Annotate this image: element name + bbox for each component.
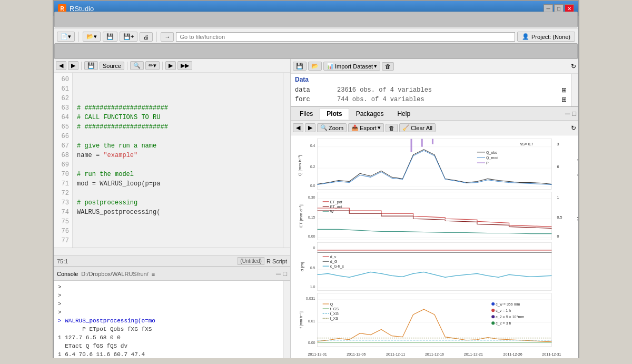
workspace-scrollbar[interactable]: [571, 74, 578, 106]
grid-icon[interactable]: ⊞: [561, 86, 567, 94]
editor-toolbar: ◀ ▶ 💾 Source 🔍 ✏▾ ▶ ▶▶: [54, 59, 290, 73]
editor-scrollbar-v[interactable]: [283, 73, 290, 248]
code-line: [77, 236, 279, 245]
svg-text:0.4: 0.4: [310, 144, 315, 147]
next-plot-button[interactable]: ▶: [305, 123, 315, 132]
svg-text:f [mm h⁻¹]: f [mm h⁻¹]: [299, 311, 303, 328]
spell-check-button[interactable]: ✏▾: [145, 61, 160, 70]
console-path-expand-icon: ≡: [152, 271, 155, 277]
workspace-load-button[interactable]: 📂: [308, 62, 322, 71]
print-button[interactable]: 🖨: [140, 32, 153, 42]
tab-help[interactable]: Help: [390, 108, 417, 120]
open-file-button[interactable]: 📂▾: [83, 32, 101, 42]
script-type-label: R Script: [266, 258, 287, 264]
clear-all-button[interactable]: 🧹 Clear All: [399, 123, 436, 132]
delete-plot-button[interactable]: 🗑: [386, 124, 398, 132]
plot-toolbar: ◀ ▶ 🔍 Zoom 📤 Export ▾ 🗑 🧹 Clear All: [291, 121, 578, 135]
et-sep-3: [162, 62, 163, 70]
tab-files[interactable]: Files: [293, 108, 320, 120]
code-line: [77, 75, 279, 84]
export-dropdown-icon: ▾: [378, 124, 381, 131]
data-row-data: data 23616 obs. of 4 variables ⊞: [295, 85, 567, 95]
var-name-forc: forc: [295, 96, 337, 103]
svg-text:d_G: d_G: [330, 260, 337, 264]
main-layout: 📝 WALRUS_run_example.R* ✕ ─ □ ◀ ▶ 💾: [54, 45, 578, 358]
workspace-refresh-icon[interactable]: ↻: [571, 63, 576, 70]
code-line: [77, 94, 279, 103]
plots-tab-controls: ─ □: [565, 110, 576, 117]
source-label: Source: [103, 63, 121, 69]
plots-maximize-icon[interactable]: □: [572, 110, 576, 117]
plot-svg: Q [mm h⁻¹] 0.4 0.2 0.0 NS= 0.7: [291, 135, 578, 358]
code-line: mod = WALRUS_loop(p=pa: [77, 179, 279, 189]
clear-workspace-button[interactable]: 🗑: [382, 62, 394, 71]
svg-text:0.5: 0.5: [557, 215, 562, 219]
line-num: 62: [57, 94, 69, 103]
svg-text:c_v = 1 h: c_v = 1 h: [496, 309, 511, 313]
code-line: name = "example": [77, 151, 279, 160]
svg-text:0.0: 0.0: [310, 184, 315, 188]
prev-plot-button[interactable]: ◀: [293, 123, 303, 132]
goto-input[interactable]: [176, 32, 515, 42]
svg-text:ET [mm d⁻¹]: ET [mm d⁻¹]: [299, 204, 303, 228]
line-num: 67: [57, 141, 69, 151]
workspace-save-button[interactable]: 💾: [293, 62, 307, 71]
svg-text:c_G·h_s: c_G·h_s: [330, 264, 344, 269]
left-pane: 📝 WALRUS_run_example.R* ✕ ─ □ ◀ ▶ 💾: [54, 45, 291, 358]
console-minimize-icon[interactable]: ─: [276, 270, 281, 278]
console-body: > > > > > WALRUS_postprocessing(o=mo P E…: [54, 281, 290, 358]
workspace-body: Data data 23616 obs. of 4 variables ⊞ fo…: [291, 74, 578, 106]
svg-text:2011-12-11: 2011-12-11: [386, 352, 405, 356]
console-maximize-icon[interactable]: □: [283, 270, 287, 278]
svg-text:c_2 = 5 × 10⁵mm: c_2 = 5 × 10⁵mm: [496, 315, 524, 319]
editor-status: 75:1 (Untitled) R Script: [54, 255, 290, 267]
line-num: 61: [57, 84, 69, 94]
zoom-button[interactable]: 🔍 Zoom: [317, 123, 347, 132]
console-content[interactable]: > > > > > WALRUS_postprocessing(o=mo P E…: [54, 281, 283, 358]
line-num: 65: [57, 122, 69, 132]
export-button[interactable]: 📤 Export ▾: [348, 123, 384, 132]
save-source-button[interactable]: 💾: [84, 61, 98, 70]
back-button[interactable]: ◀: [56, 61, 66, 70]
tab-packages[interactable]: Packages: [349, 108, 391, 120]
code-line: # give the run a name: [77, 141, 279, 151]
code-line: # run the model: [77, 170, 279, 179]
untitled-label[interactable]: (Untitled): [238, 257, 264, 265]
save-all-button[interactable]: 💾+: [120, 32, 137, 42]
project-button[interactable]: 👤 Project: (None): [517, 32, 575, 42]
save-button[interactable]: 💾: [103, 32, 117, 42]
line-num: 72: [57, 189, 69, 198]
editor-hscroll[interactable]: [54, 248, 290, 255]
new-file-button[interactable]: 📄▾: [57, 32, 75, 42]
goto-button[interactable]: →: [161, 32, 174, 42]
grid-icon-forc[interactable]: ⊞: [561, 96, 567, 103]
forward-button[interactable]: ▶: [68, 61, 78, 70]
toolbar-sep-2: [156, 32, 157, 42]
import-dataset-button[interactable]: 📊 Import Dataset ▾: [323, 62, 380, 71]
plots-refresh-icon[interactable]: ↻: [571, 124, 576, 132]
console-scrollbar-v[interactable]: [283, 281, 290, 358]
svg-text:P [mm h⁻¹]: P [mm h⁻¹]: [577, 155, 578, 176]
search-button[interactable]: 🔍: [130, 61, 144, 70]
workspace-toolbar: 💾 📂 📊 Import Dataset ▾ 🗑 ↻: [291, 59, 578, 74]
source-run-button[interactable]: ▶▶: [177, 61, 192, 70]
svg-text:ET_pot: ET_pot: [330, 200, 342, 204]
console-header: Console D:/Dropbox/WALRUS/run/ ≡ ─ □: [54, 267, 290, 281]
code-line: [77, 189, 279, 198]
plots-minimize-icon[interactable]: ─: [565, 110, 570, 117]
console-controls: ─ □: [276, 270, 287, 278]
source-button[interactable]: Source: [100, 62, 124, 70]
line-num: 60: [57, 75, 69, 84]
line-num: 70: [57, 170, 69, 179]
svg-text:0.00: 0.00: [308, 341, 315, 345]
console-line: ETact Q fGS fQS dv: [58, 342, 279, 350]
code-area[interactable]: # ###################### # CALL FUNCTION…: [73, 73, 283, 248]
export-icon: 📤: [351, 124, 359, 131]
svg-text:NS= 0.7: NS= 0.7: [520, 142, 534, 146]
var-desc-data: 23616 obs. of 4 variables: [337, 86, 561, 94]
tab-plots[interactable]: Plots: [320, 108, 349, 120]
run-button[interactable]: ▶: [165, 61, 176, 70]
line-num: 76: [57, 227, 69, 236]
line-num: 64: [57, 113, 69, 122]
console-line: >: [58, 300, 279, 308]
